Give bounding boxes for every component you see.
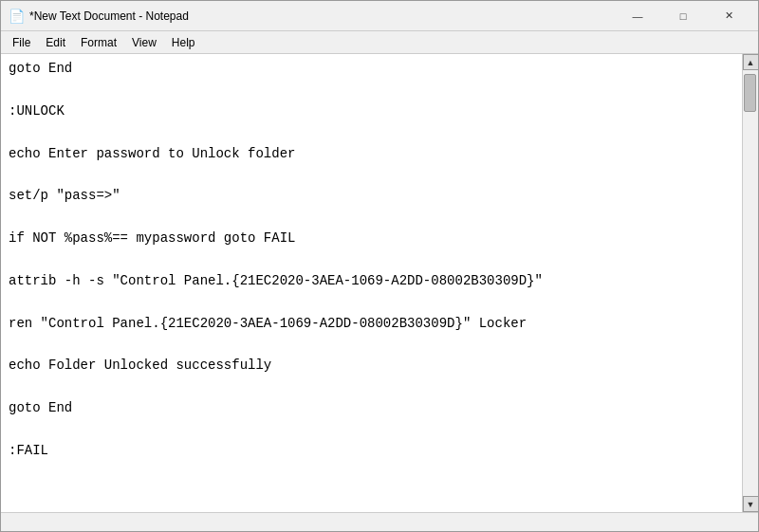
close-button[interactable]: ✕ bbox=[707, 1, 750, 31]
menu-edit[interactable]: Edit bbox=[38, 32, 73, 53]
window-title: *New Text Document - Notepad bbox=[29, 9, 616, 23]
scrollbar-track-area[interactable] bbox=[743, 70, 758, 496]
notepad-window: 📄 *New Text Document - Notepad — □ ✕ Fil… bbox=[0, 0, 759, 532]
maximize-button[interactable]: □ bbox=[661, 1, 705, 31]
vertical-scrollbar: ▲ ▼ bbox=[742, 54, 758, 512]
editor-area: goto End :UNLOCK echo Enter password to … bbox=[1, 54, 758, 512]
menu-format[interactable]: Format bbox=[73, 32, 124, 53]
minimize-button[interactable]: — bbox=[616, 1, 659, 31]
title-bar-controls: — □ ✕ bbox=[616, 1, 750, 31]
text-editor[interactable]: goto End :UNLOCK echo Enter password to … bbox=[1, 54, 742, 512]
menu-file[interactable]: File bbox=[5, 32, 38, 53]
menu-view[interactable]: View bbox=[124, 32, 164, 53]
app-icon: 📄 bbox=[9, 9, 24, 24]
status-bar bbox=[1, 512, 758, 531]
title-bar: 📄 *New Text Document - Notepad — □ ✕ bbox=[1, 1, 758, 31]
scroll-up-button[interactable]: ▲ bbox=[743, 54, 759, 70]
menu-bar: File Edit Format View Help bbox=[1, 31, 758, 54]
menu-help[interactable]: Help bbox=[164, 32, 203, 53]
scroll-down-button[interactable]: ▼ bbox=[743, 496, 759, 512]
scrollbar-thumb[interactable] bbox=[744, 74, 756, 112]
